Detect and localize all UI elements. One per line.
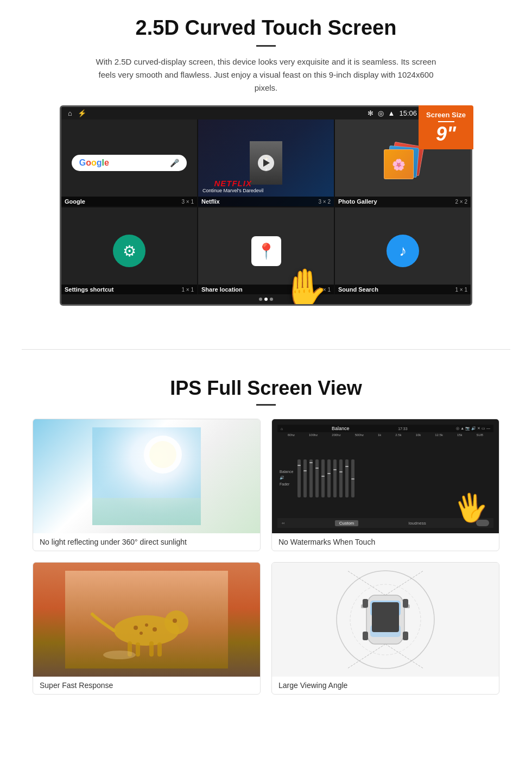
dots-indicator	[61, 294, 471, 304]
sound-search-size: 1 × 1	[455, 287, 467, 293]
google-label: Google 3 × 1	[61, 197, 197, 206]
amplifier-caption: No Watermarks When Touch	[272, 533, 499, 551]
netflix-name: Netflix	[201, 198, 220, 205]
freq-15k: 15k	[457, 433, 463, 437]
section2-title: IPS Full Screen View	[33, 377, 499, 400]
settings-size: 1 × 1	[181, 287, 194, 293]
location-icon: ◎	[378, 109, 384, 117]
feature-cheetah: Super Fast Response	[33, 562, 261, 695]
amp-title: Balance	[332, 426, 350, 431]
music-note-icon: ♪	[399, 242, 407, 260]
svg-point-6	[134, 626, 138, 630]
netflix-label-overlay: NETFLIX Continue Marvel's Daredevil	[202, 179, 263, 193]
netflix-subtitle: Continue Marvel's Daredevil	[202, 188, 263, 193]
freq-sub: SUB	[477, 433, 483, 437]
sound-search-name: Sound Search	[338, 286, 378, 293]
badge-divider	[438, 121, 454, 122]
google-name: Google	[65, 198, 85, 205]
svg-rect-1	[92, 498, 201, 525]
section2-divider	[256, 404, 276, 406]
dot-1	[259, 298, 262, 301]
play-triangle-icon	[263, 159, 270, 167]
app-cell-sound-search[interactable]: ♪ Sound Search 1 × 1	[335, 207, 471, 294]
status-bar-left: ⌂ ⚡	[68, 109, 86, 117]
section1-title: 2.5D Curved Touch Screen	[33, 16, 499, 40]
play-button[interactable]	[258, 155, 274, 171]
svg-rect-27	[363, 632, 368, 640]
netflix-label: Netflix 3 × 2	[198, 197, 334, 206]
amp-time: 17:33	[398, 427, 408, 431]
amp-home-icon: ⌂	[281, 427, 283, 431]
svg-point-3	[149, 441, 176, 468]
dot-3	[270, 298, 273, 301]
svg-point-10	[164, 610, 188, 634]
app-cell-netflix[interactable]: 🕴 NETFLIX Continue Marvel's Daredevil Ne…	[198, 119, 334, 206]
svg-rect-26	[403, 599, 408, 608]
badge-size: 9"	[436, 123, 456, 145]
feature-sunlight: No light reflecting under 360° direct su…	[33, 419, 261, 551]
svg-rect-28	[403, 632, 408, 640]
photo-card-3: 🌸	[384, 149, 414, 179]
settings-name: Settings shortcut	[65, 286, 113, 293]
amp-custom-btn[interactable]: Custom	[335, 520, 359, 526]
app-cell-share-location[interactable]: 📍 🤚 Share location 1 × 1	[198, 207, 334, 294]
freq-60hz: 60hz	[288, 433, 295, 437]
settings-icon-circle: ⚙	[113, 235, 145, 267]
amplifier-image: ⌂ Balance 17:33 ◎ ▲ 📷 🔊 ✕ ▭ — 60hz 100hz…	[272, 419, 499, 533]
section-ips: IPS Full Screen View	[0, 371, 532, 711]
fader-label: Fader	[280, 482, 293, 486]
google-size: 3 × 1	[181, 199, 194, 205]
badge-title: Screen Size	[426, 111, 466, 119]
svg-point-9	[140, 632, 143, 635]
bluetooth-icon: ✻	[368, 109, 373, 117]
svg-rect-14	[149, 641, 154, 657]
freq-500hz: 500hz	[355, 433, 364, 437]
section1-description: With 2.5D curved-display screen, this de…	[92, 55, 440, 94]
features-grid: No light reflecting under 360° direct su…	[33, 419, 499, 695]
google-search-bar[interactable]: Google 🎤	[72, 155, 187, 171]
gear-icon: ⚙	[123, 242, 136, 260]
cheetah-caption: Super Fast Response	[33, 677, 260, 694]
amp-icons: ◎ ▲ 📷 🔊 ✕ ▭ —	[456, 426, 490, 431]
svg-point-16	[103, 651, 136, 659]
freq-10k: 10k	[416, 433, 421, 437]
home-icon[interactable]: ⌂	[68, 109, 72, 117]
title-divider	[256, 45, 276, 47]
amp-hand-icon: 🖐	[452, 489, 490, 526]
freq-100hz: 100hz	[309, 433, 318, 437]
screen-size-badge: Screen Size 9"	[419, 105, 473, 149]
photo-stack: 🌸	[384, 144, 422, 182]
sound-search-label: Sound Search 1 × 1	[335, 285, 471, 294]
wifi-icon: ▲	[388, 109, 395, 117]
sunlight-image	[33, 419, 260, 533]
svg-point-8	[153, 627, 157, 632]
status-bar: ⌂ ⚡ ✻ ◎ ▲ 15:06 📷 🔊 ✕ ▭	[61, 107, 471, 119]
balance-label: Balance	[280, 470, 293, 474]
dot-2	[264, 298, 268, 301]
hand-pointing-icon: 🤚	[281, 266, 328, 306]
app-grid: Google 🎤 Google 3 × 1 🕴	[61, 119, 471, 294]
cheetah-image	[33, 563, 260, 677]
sound-icon-circle: ♪	[387, 235, 419, 267]
gallery-size: 2 × 2	[455, 199, 467, 205]
freq-12-5k: 12.5k	[435, 433, 443, 437]
amp-back-btn[interactable]: ‹‹	[282, 521, 284, 526]
share-location-name: Share location	[201, 286, 243, 293]
freq-2-5k: 2.5k	[395, 433, 401, 437]
google-maps-icon: 📍	[251, 236, 281, 266]
svg-rect-22	[372, 602, 399, 632]
mic-icon[interactable]: 🎤	[170, 159, 179, 167]
freq-1k: 1k	[378, 433, 381, 437]
freq-200hz: 200hz	[332, 433, 340, 437]
usb-icon: ⚡	[78, 109, 86, 117]
app-cell-settings[interactable]: ⚙ Settings shortcut 1 × 1	[61, 207, 197, 294]
gallery-name: Photo Gallery	[338, 198, 377, 205]
svg-rect-15	[157, 642, 162, 657]
app-cell-google[interactable]: Google 🎤 Google 3 × 1	[61, 119, 197, 206]
device-mockup: Screen Size 9" ⌂ ⚡ ✻ ◎ ▲ 15:06 📷 🔊 ✕	[60, 105, 472, 306]
netflix-size: 3 × 2	[318, 199, 331, 205]
clock: 15:06	[399, 109, 417, 117]
google-logo: Google	[79, 158, 109, 168]
feature-amplifier: ⌂ Balance 17:33 ◎ ▲ 📷 🔊 ✕ ▭ — 60hz 100hz…	[271, 419, 499, 551]
svg-rect-13	[136, 642, 140, 657]
